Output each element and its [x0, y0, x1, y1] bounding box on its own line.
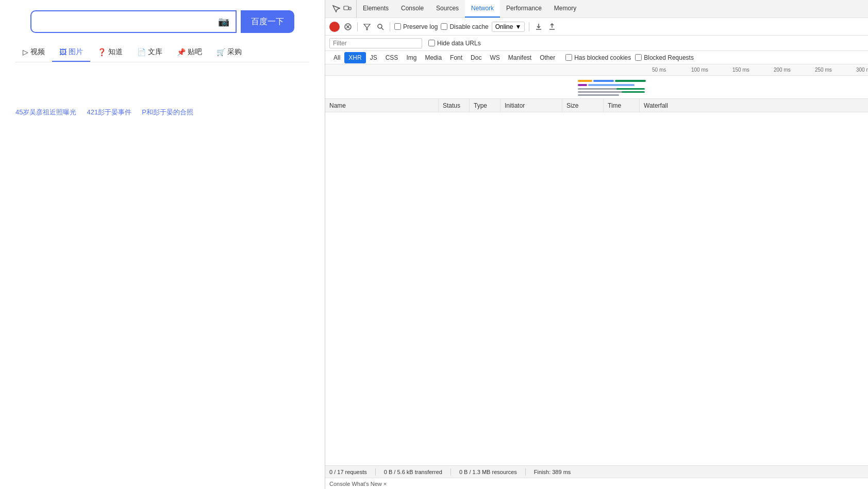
hide-data-urls-label[interactable]: Hide data URLs: [428, 40, 481, 47]
wf-bar-gray3: [578, 94, 619, 96]
toolbar-divider-1: [357, 22, 358, 31]
type-tab-font[interactable]: Font: [446, 52, 466, 63]
search-button[interactable]: 百度一下: [241, 10, 294, 33]
timeline-labels-row: 50 ms 100 ms 150 ms 200 ms 250 ms 300 ms…: [325, 64, 868, 76]
svg-marker-5: [364, 24, 370, 30]
baidu-page: 📷 百度一下 ▷ 视频 🖼 图片 ❓ 知道 📄 文库 📌 贴吧 🛒 采购: [0, 0, 325, 489]
console-bar-text: Console What's New ×: [329, 481, 387, 487]
transferred-size: 0 B / 5.6 kB transferred: [384, 469, 442, 475]
clear-button[interactable]: [343, 22, 353, 32]
tab-performance[interactable]: Performance: [500, 0, 548, 18]
console-bar: Console What's New ×: [325, 478, 868, 489]
finish-time: Finish: 389 ms: [534, 469, 571, 475]
status-divider-1: [375, 468, 376, 476]
disable-cache-checkbox[interactable]: [441, 23, 447, 30]
video-icon: ▷: [23, 48, 28, 56]
image-icon: 🖼: [59, 48, 66, 56]
inspect-icon[interactable]: [331, 4, 341, 13]
import-button[interactable]: [533, 22, 544, 32]
tab-network[interactable]: Network: [465, 0, 500, 18]
type-tab-css[interactable]: CSS: [381, 52, 403, 63]
trending-links: 45岁吴彦祖近照曝光 421彭于晏事件 P和彭于晏的合照: [15, 104, 309, 121]
svg-line-7: [381, 28, 383, 30]
wf-bar-blue1: [593, 80, 614, 82]
svg-rect-1: [349, 7, 351, 10]
wenku-icon: 📄: [137, 48, 146, 56]
tab-sources[interactable]: Sources: [430, 0, 465, 18]
network-table-header: Name Status Type Initiator Size Time Wat…: [325, 99, 868, 112]
type-tab-manifest[interactable]: Manifest: [504, 52, 536, 63]
preserve-log-checkbox[interactable]: [394, 23, 401, 30]
tab-video[interactable]: ▷ 视频: [15, 43, 52, 62]
hide-data-urls-checkbox[interactable]: [428, 40, 435, 46]
resources-size: 0 B / 1.3 MB resources: [459, 469, 517, 475]
th-time[interactable]: Time: [604, 99, 640, 112]
blocked-requests-checkbox[interactable]: [635, 54, 642, 61]
trending-link-1[interactable]: 421彭于晏事件: [87, 108, 131, 117]
device-toggle-icon[interactable]: [343, 4, 352, 13]
tab-elements[interactable]: Elements: [357, 0, 395, 18]
search-bar: 📷 百度一下: [15, 10, 309, 33]
type-tab-xhr[interactable]: XHR: [344, 52, 365, 63]
th-name[interactable]: Name: [325, 99, 439, 112]
tab-console[interactable]: Console: [395, 0, 430, 18]
tab-image[interactable]: 🖼 图片: [52, 43, 90, 62]
type-tab-js[interactable]: JS: [366, 52, 381, 63]
preserve-log-label[interactable]: Preserve log: [394, 23, 438, 30]
requests-count: 0 / 17 requests: [329, 469, 367, 475]
timeline-labels: 50 ms 100 ms 150 ms 200 ms 250 ms 300 ms…: [650, 64, 868, 75]
tab-memory[interactable]: Memory: [548, 0, 582, 18]
devtools-tabs: Elements Console Sources Network Perform…: [325, 0, 868, 18]
th-initiator[interactable]: Initiator: [500, 99, 562, 112]
tab-tieba[interactable]: 📌 贴吧: [170, 43, 209, 62]
tab-caigou[interactable]: 🛒 采购: [209, 43, 249, 62]
tab-zhidao[interactable]: ❓ 知道: [90, 43, 130, 62]
th-type[interactable]: Type: [470, 99, 500, 112]
filter-icon[interactable]: [362, 22, 372, 32]
wf-bar-green2: [616, 88, 645, 90]
th-waterfall[interactable]: Waterfall: [640, 99, 868, 112]
trending-link-0[interactable]: 45岁吴彦祖近照曝光: [15, 108, 76, 117]
camera-icon[interactable]: 📷: [218, 16, 229, 27]
type-tab-ws[interactable]: WS: [486, 52, 504, 63]
network-throttle-dropdown[interactable]: Online ▼: [492, 22, 525, 32]
type-tab-all[interactable]: All: [329, 52, 344, 63]
tab-wenku[interactable]: 📄 文库: [130, 43, 170, 62]
timeline-200ms: 200 ms: [774, 67, 815, 73]
wf-bar-blue2: [588, 84, 635, 86]
th-size[interactable]: Size: [562, 99, 604, 112]
th-status[interactable]: Status: [439, 99, 470, 112]
toolbar-divider-3: [529, 22, 529, 31]
has-blocked-cookies-label[interactable]: Has blocked cookies: [565, 54, 631, 61]
search-icon[interactable]: [375, 22, 386, 32]
trending-link-2[interactable]: P和彭于晏的合照: [142, 108, 193, 117]
type-tab-other[interactable]: Other: [536, 52, 559, 63]
type-tab-doc[interactable]: Doc: [466, 52, 486, 63]
filter-input[interactable]: [329, 38, 422, 48]
status-divider-3: [525, 468, 526, 476]
has-blocked-cookies-checkbox[interactable]: [565, 54, 572, 61]
search-input-wrapper: 📷: [30, 10, 237, 33]
devtools-tab-icons: [327, 0, 357, 18]
timeline-150ms: 150 ms: [732, 67, 774, 73]
disable-cache-label[interactable]: Disable cache: [441, 23, 488, 30]
toolbar-divider-2: [390, 22, 390, 31]
record-button[interactable]: [329, 22, 340, 32]
svg-point-6: [378, 24, 382, 28]
network-table-body: [325, 112, 868, 465]
devtools-panel: Elements Console Sources Network Perform…: [325, 0, 868, 489]
blocked-requests-label[interactable]: Blocked Requests: [635, 54, 694, 61]
timeline-spacer: [325, 64, 650, 75]
network-toolbar: Preserve log Disable cache Online ▼: [325, 18, 868, 36]
type-filter-bar: All XHR JS CSS Img Media Font Doc WS Man…: [325, 51, 868, 64]
type-tab-media[interactable]: Media: [421, 52, 446, 63]
type-tab-img[interactable]: Img: [402, 52, 421, 63]
status-divider-2: [450, 468, 451, 476]
waterfall-bars-area: [325, 76, 868, 99]
timeline-100ms: 100 ms: [691, 67, 732, 73]
nav-tabs: ▷ 视频 🖼 图片 ❓ 知道 📄 文库 📌 贴吧 🛒 采购: [15, 43, 309, 62]
timeline-300ms: 300 ms: [856, 67, 868, 73]
export-button[interactable]: [547, 22, 557, 32]
filter-bar: Hide data URLs: [325, 36, 868, 51]
wf-bar-orange: [578, 80, 592, 82]
